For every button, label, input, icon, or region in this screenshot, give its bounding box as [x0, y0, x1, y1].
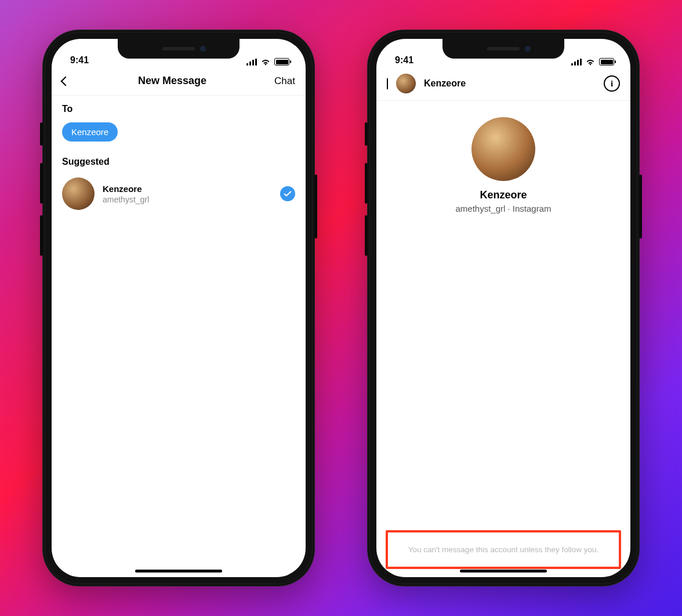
status-icons	[246, 58, 289, 66]
suggested-username: amethyst_grl	[103, 195, 272, 204]
profile-summary: Kenzeore amethyst_grl · Instagram	[376, 101, 630, 219]
cellular-icon	[246, 59, 257, 66]
suggested-text: Kenzeore amethyst_grl	[103, 184, 272, 204]
cellular-icon	[571, 59, 582, 66]
screen-new-message: 9:41 New Message Chat To Kenzeore Sugges…	[52, 39, 306, 577]
suggested-name: Kenzeore	[103, 184, 272, 194]
message-restriction-notice: You can't message this account unless th…	[386, 530, 621, 569]
chevron-left-icon	[387, 78, 388, 89]
phone-left: 9:41 New Message Chat To Kenzeore Sugges…	[42, 30, 315, 586]
suggested-heading: Suggested	[52, 151, 306, 172]
notch	[118, 39, 240, 59]
to-label: To	[52, 96, 306, 118]
avatar	[62, 177, 95, 210]
notch	[442, 39, 564, 59]
profile-subtitle: amethyst_grl · Instagram	[455, 204, 551, 213]
avatar[interactable]	[396, 74, 416, 93]
back-button[interactable]	[387, 78, 388, 89]
recipient-chips: Kenzeore	[52, 118, 306, 151]
selected-check-icon	[280, 186, 295, 201]
chat-body	[376, 219, 630, 530]
home-indicator[interactable]	[135, 570, 222, 572]
chevron-left-icon	[61, 76, 71, 86]
phone-right: 9:41 Kenzeore i Kenzeore amethyst_grl · …	[367, 30, 640, 586]
chat-username[interactable]: Kenzeore	[424, 78, 596, 89]
avatar[interactable]	[471, 117, 535, 181]
battery-icon	[274, 58, 289, 66]
suggested-row[interactable]: Kenzeore amethyst_grl	[52, 172, 306, 216]
status-icons	[571, 58, 614, 66]
info-button[interactable]: i	[604, 75, 620, 92]
chat-nav-bar: Kenzeore i	[376, 67, 630, 101]
screen-chat: 9:41 Kenzeore i Kenzeore amethyst_grl · …	[376, 39, 630, 577]
profile-name: Kenzeore	[480, 189, 527, 201]
chat-button[interactable]: Chat	[266, 75, 295, 87]
nav-title: New Message	[78, 75, 266, 87]
restriction-text: You can't message this account unless th…	[408, 545, 599, 554]
info-icon: i	[611, 79, 613, 89]
battery-icon	[599, 58, 614, 66]
recipient-chip[interactable]: Kenzeore	[62, 122, 118, 142]
home-indicator[interactable]	[460, 570, 547, 572]
status-time: 9:41	[70, 55, 89, 66]
nav-bar: New Message Chat	[52, 67, 306, 96]
wifi-icon	[260, 58, 271, 66]
status-time: 9:41	[395, 55, 413, 66]
back-button[interactable]	[62, 78, 78, 85]
wifi-icon	[585, 58, 596, 66]
